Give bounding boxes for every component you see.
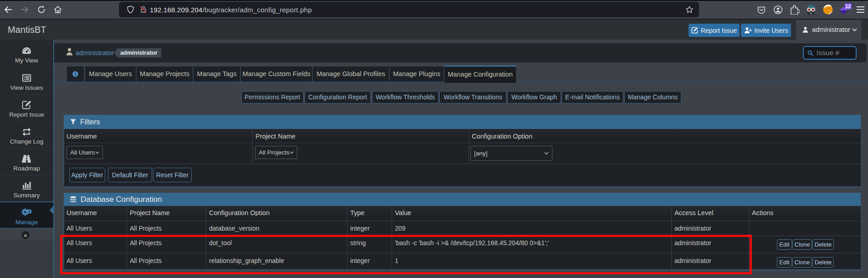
- svg-text:12: 12: [845, 4, 851, 9]
